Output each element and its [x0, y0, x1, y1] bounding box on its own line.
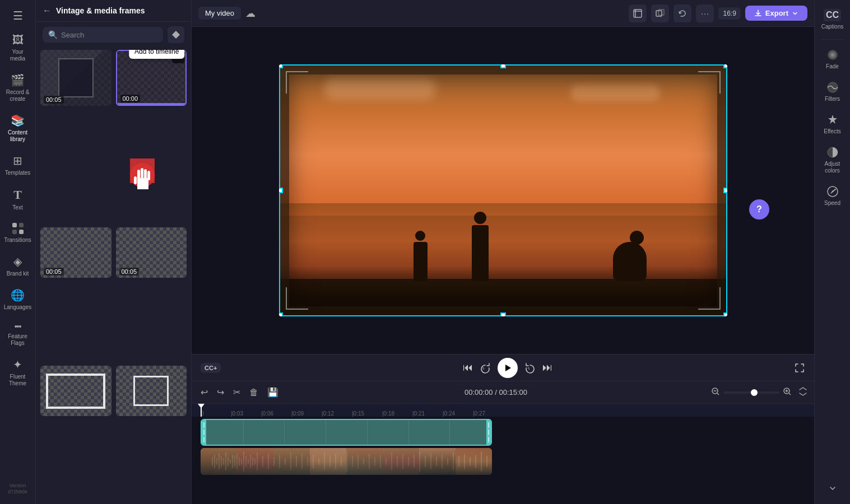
thumb-4-timestamp: 00:05 [119, 268, 140, 276]
export-button[interactable]: Export [745, 6, 807, 21]
ruler-mark-5: |0:15 [352, 410, 382, 417]
media-icon: 🖼 [12, 34, 24, 46]
video-track[interactable] [201, 419, 492, 446]
right-panel-captions[interactable]: CC Captions [817, 4, 848, 35]
tab-my-video[interactable]: My video [198, 7, 241, 20]
audio-track[interactable]: 🔊 [201, 448, 492, 475]
version-label: Version d72b9de [4, 483, 31, 495]
sidebar-item-text[interactable]: T Text [2, 183, 34, 216]
timeline-toolbar: ↩ ↪ ✂ 🗑 💾 00:00:00 / 00:15:00 [192, 381, 814, 403]
expand-timeline-button[interactable] [798, 387, 807, 398]
record-icon: 🎬 [11, 73, 25, 87]
panel-header: ← Vintage & media frames [36, 0, 191, 22]
svg-marker-4 [172, 31, 180, 39]
ruler-mark-1: |0:03 [231, 410, 261, 417]
back-button[interactable]: ← [43, 6, 52, 16]
rewind-button[interactable]: 5 [480, 362, 491, 374]
sidebar-item-fluent-theme[interactable]: ✦ Fluent Theme [2, 353, 34, 391]
svg-rect-12 [634, 10, 642, 17]
undo-redo-button[interactable] [674, 4, 691, 22]
search-bar[interactable]: 🔍 [43, 27, 163, 43]
zoom-slider[interactable] [723, 391, 779, 394]
timeline-undo-button[interactable]: ↩ [198, 385, 210, 400]
sidebar-item-transitions[interactable]: Transitions [2, 218, 34, 248]
zoom-in-button[interactable] [783, 387, 792, 398]
transitions-icon [12, 222, 24, 235]
svg-rect-7 [137, 170, 140, 181]
filters-label: Filters [825, 96, 840, 102]
thumb-dots-button[interactable]: ··· [172, 52, 184, 63]
thumbnail-5[interactable] [40, 366, 112, 500]
sidebar-item-languages[interactable]: 🌐 Languages [2, 284, 34, 315]
ruler-mark-8: |0:24 [443, 410, 473, 417]
play-button[interactable] [498, 358, 518, 378]
forward-to-end-button[interactable]: ⏭ [542, 362, 552, 374]
captions-label: Captions [821, 24, 843, 30]
aspect-ratio-badge[interactable]: 16:9 [718, 7, 740, 20]
timeline-redo-button[interactable]: ↪ [215, 385, 226, 400]
ruler-mark-7: |0:21 [412, 410, 443, 417]
sidebar-item-record-create[interactable]: 🎬 Record & create [2, 69, 34, 107]
track-handle-right[interactable] [486, 420, 491, 445]
left-sidebar: ☰ 🖼 Your media 🎬 Record & create 📚 Conte… [0, 0, 36, 504]
timeline-cut-button[interactable]: ✂ [231, 385, 243, 400]
crop-tool-button[interactable] [629, 4, 647, 22]
sidebar-label-feature-flags: Feature Flags [4, 333, 31, 347]
fast-forward-button[interactable]: 5 [524, 362, 536, 374]
video-area: ⚙ ? [192, 27, 814, 354]
thumb-2-timestamp: 00:00 [120, 95, 141, 102]
timeline-save-button[interactable]: 💾 [265, 385, 281, 400]
right-panel-effects[interactable]: Effects [817, 109, 848, 139]
sidebar-item-brand-kit[interactable]: ◈ Brand kit [2, 250, 34, 282]
sidebar-item-templates[interactable]: ⊞ Templates [2, 150, 34, 181]
menu-icon: ☰ [13, 9, 23, 22]
right-panel-adjust-colors[interactable]: Adjust colors [817, 142, 848, 179]
ruler-mark-6: |0:18 [382, 410, 412, 417]
sidebar-label-text: Text [12, 204, 22, 211]
captions-button[interactable]: CC+ [201, 363, 221, 373]
right-panel-filters[interactable]: Filters [817, 77, 848, 107]
time-total: 00:15:00 [499, 388, 527, 396]
fluent-theme-icon: ✦ [13, 358, 22, 371]
resize-tool-button[interactable] [651, 4, 669, 22]
zoom-slider-thumb[interactable] [751, 389, 758, 396]
svg-marker-92 [828, 115, 837, 124]
thumbnail-1[interactable]: 00:05 [40, 50, 112, 189]
export-label: Export [765, 9, 788, 17]
brandkit-icon: ◈ [13, 255, 22, 268]
panel-collapse-button[interactable] [824, 479, 842, 500]
sidebar-item-your-media[interactable]: 🖼 Your media [2, 29, 34, 67]
sidebar-item-menu[interactable]: ☰ [2, 4, 34, 27]
thumb-1-timestamp: 00:05 [44, 96, 64, 104]
more-options-button[interactable]: ··· [696, 4, 714, 22]
right-panel-fade[interactable]: Fade [817, 44, 848, 74]
help-button[interactable]: ? [749, 199, 769, 220]
thumbnail-4[interactable]: 00:05 [116, 227, 187, 361]
rewind-to-start-button[interactable]: ⏮ [463, 362, 473, 374]
right-panel: CC Captions Fade Filters Effects [814, 0, 850, 504]
svg-line-26 [789, 393, 791, 395]
timeline-delete-button[interactable]: 🗑 [247, 385, 261, 400]
captions-icon: CC [824, 9, 841, 21]
sidebar-item-content-library[interactable]: 📚 Content library [2, 109, 34, 147]
svg-rect-8 [141, 168, 143, 180]
more-options-icon: ··· [701, 9, 709, 18]
right-divider-1 [821, 39, 844, 40]
sidebar-item-feature-flags[interactable]: ••• Feature Flags [2, 318, 34, 351]
timeline-ruler: 0 |0:03 |0:06 |0:09 |0:12 |0:15 |0:18 |0… [192, 403, 814, 417]
effects-label: Effects [824, 128, 840, 135]
right-panel-speed[interactable]: Speed [817, 181, 848, 211]
thumbnail-2[interactable]: 00:00 Add to timeline ··· [116, 50, 187, 189]
search-input[interactable] [61, 31, 157, 39]
cloud-sync-icon[interactable]: ☁ [245, 7, 256, 20]
video-canvas[interactable]: ⚙ [279, 64, 727, 316]
svg-line-22 [717, 393, 719, 395]
zoom-out-button[interactable] [711, 387, 720, 398]
diamond-button[interactable] [168, 26, 184, 43]
templates-icon: ⊞ [13, 154, 22, 167]
sidebar-label-fluent-theme: Fluent Theme [4, 374, 31, 387]
sidebar-label-languages: Languages [4, 304, 32, 311]
fullscreen-button[interactable] [794, 362, 805, 374]
thumbnail-3[interactable]: 00:05 [40, 227, 112, 361]
thumbnail-6[interactable] [116, 366, 187, 500]
